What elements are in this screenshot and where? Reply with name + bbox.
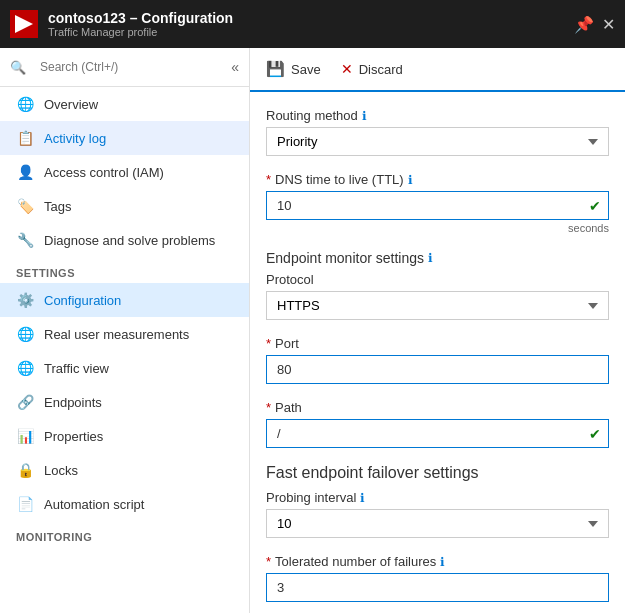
dns-ttl-section: * DNS time to live (TTL) ℹ ✔ seconds [266,172,609,234]
sidebar-item-label: Access control (IAM) [44,165,164,180]
sidebar-item-label: Properties [44,429,103,444]
path-check-icon: ✔ [589,426,601,442]
save-label: Save [291,62,321,77]
tags-icon: 🏷️ [16,197,34,215]
routing-method-select[interactable]: Priority Weighted Performance Geographic… [266,127,609,156]
path-label: * Path [266,400,609,415]
fast-failover-section: Fast endpoint failover settings Probing … [266,464,609,538]
probing-interval-select-wrapper: 10 30 [266,509,609,538]
pin-icon[interactable]: 📌 [574,15,594,34]
tolerated-failures-label: * Tolerated number of failures ℹ [266,554,609,569]
sidebar-item-traffic-view[interactable]: 🌐 Traffic view [0,351,249,385]
save-icon: 💾 [266,60,285,78]
sidebar-item-label: Endpoints [44,395,102,410]
protocol-label: Protocol [266,272,609,287]
save-button[interactable]: 💾 Save [266,56,321,82]
endpoints-icon: 🔗 [16,393,34,411]
dns-ttl-input-wrapper: ✔ [266,191,609,220]
configuration-icon: ⚙️ [16,291,34,309]
probing-interval-label: Probing interval ℹ [266,490,609,505]
sidebar-item-overview[interactable]: 🌐 Overview [0,87,249,121]
sidebar-item-configuration[interactable]: ⚙️ Configuration [0,283,249,317]
sidebar-item-properties[interactable]: 📊 Properties [0,419,249,453]
title-text: contoso123 – Configuration Traffic Manag… [48,10,233,38]
title-bar: contoso123 – Configuration Traffic Manag… [0,0,625,48]
content-area: 💾 Save ✕ Discard Routing method ℹ [250,48,625,613]
sidebar-item-access-control[interactable]: 👤 Access control (IAM) [0,155,249,189]
real-user-icon: 🌐 [16,325,34,343]
sidebar-item-locks[interactable]: 🔒 Locks [0,453,249,487]
sidebar-item-label: Real user measurements [44,327,189,342]
port-label: * Port [266,336,609,351]
dns-ttl-info-icon[interactable]: ℹ [408,173,413,187]
dns-ttl-label: * DNS time to live (TTL) ℹ [266,172,609,187]
sidebar: 🔍 « 🌐 Overview 📋 Activity log 👤 Access c… [0,48,250,613]
activity-log-icon: 📋 [16,129,34,147]
sidebar-item-diagnose[interactable]: 🔧 Diagnose and solve problems [0,223,249,257]
sidebar-item-label: Traffic view [44,361,109,376]
settings-section-label: SETTINGS [0,257,249,283]
endpoint-monitor-section: Endpoint monitor settings ℹ Protocol HTT… [266,250,609,320]
content-body: Routing method ℹ Priority Weighted Perfo… [250,92,625,613]
sidebar-item-label: Overview [44,97,98,112]
app-icon [10,10,38,38]
tolerated-failures-info-icon[interactable]: ℹ [440,555,445,569]
automation-icon: 📄 [16,495,34,513]
main-title: contoso123 – Configuration [48,10,233,26]
dns-ttl-check-icon: ✔ [589,198,601,214]
path-input-wrapper: ✔ [266,419,609,448]
sidebar-item-automation[interactable]: 📄 Automation script [0,487,249,521]
svg-marker-0 [15,15,33,33]
routing-method-select-wrapper: Priority Weighted Performance Geographic… [266,127,609,156]
discard-label: Discard [359,62,403,77]
dns-ttl-hint: seconds [266,222,609,234]
close-icon[interactable]: ✕ [602,15,615,34]
sidebar-item-label: Tags [44,199,71,214]
tolerated-failures-section: * Tolerated number of failures ℹ [266,554,609,602]
sidebar-search-bar: 🔍 « [0,48,249,87]
endpoint-monitor-info-icon[interactable]: ℹ [428,251,433,265]
port-input[interactable] [266,355,609,384]
sidebar-item-label: Activity log [44,131,106,146]
sidebar-item-label: Configuration [44,293,121,308]
app-container: contoso123 – Configuration Traffic Manag… [0,0,625,613]
monitoring-section-label: MONITORING [0,521,249,547]
traffic-view-icon: 🌐 [16,359,34,377]
sidebar-item-label: Diagnose and solve problems [44,233,215,248]
collapse-icon[interactable]: « [231,59,239,75]
title-bar-actions: 📌 ✕ [574,15,615,34]
fast-failover-heading: Fast endpoint failover settings [266,464,609,482]
search-icon: 🔍 [10,60,26,75]
protocol-select[interactable]: HTTP HTTPS TCP [266,291,609,320]
probing-interval-info-icon[interactable]: ℹ [360,491,365,505]
endpoint-monitor-heading: Endpoint monitor settings ℹ [266,250,609,266]
sidebar-item-endpoints[interactable]: 🔗 Endpoints [0,385,249,419]
main-layout: 🔍 « 🌐 Overview 📋 Activity log 👤 Access c… [0,48,625,613]
overview-icon: 🌐 [16,95,34,113]
sidebar-item-label: Locks [44,463,78,478]
locks-icon: 🔒 [16,461,34,479]
dns-ttl-input[interactable] [266,191,609,220]
diagnose-icon: 🔧 [16,231,34,249]
port-section: * Port [266,336,609,384]
sub-title: Traffic Manager profile [48,26,233,38]
sidebar-item-tags[interactable]: 🏷️ Tags [0,189,249,223]
discard-button[interactable]: ✕ Discard [341,57,403,81]
sidebar-item-label: Automation script [44,497,144,512]
probing-interval-select[interactable]: 10 30 [266,509,609,538]
routing-method-section: Routing method ℹ Priority Weighted Perfo… [266,108,609,156]
access-control-icon: 👤 [16,163,34,181]
protocol-select-wrapper: HTTP HTTPS TCP [266,291,609,320]
toolbar: 💾 Save ✕ Discard [250,48,625,92]
dns-ttl-required: * [266,172,271,187]
routing-method-label: Routing method ℹ [266,108,609,123]
search-input[interactable] [32,56,182,78]
routing-method-info-icon[interactable]: ℹ [362,109,367,123]
tolerated-failures-input[interactable] [266,573,609,602]
path-section: * Path ✔ [266,400,609,448]
discard-icon: ✕ [341,61,353,77]
path-input[interactable] [266,419,609,448]
properties-icon: 📊 [16,427,34,445]
sidebar-item-activity-log[interactable]: 📋 Activity log [0,121,249,155]
sidebar-item-real-user[interactable]: 🌐 Real user measurements [0,317,249,351]
